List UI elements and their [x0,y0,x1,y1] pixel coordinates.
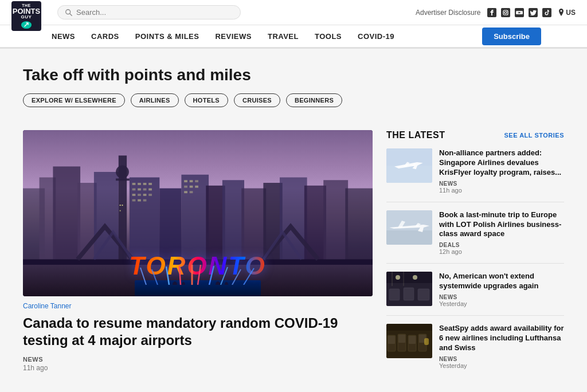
svg-point-18 [116,166,129,179]
svg-rect-26 [143,183,147,185]
tag-airlines[interactable]: AIRLINES [131,93,179,107]
svg-rect-90 [398,335,405,343]
tiktok-icon[interactable] [542,8,551,17]
story-thumb-4 [386,324,432,358]
svg-rect-56 [345,189,373,265]
sidebar-header: THE LATEST SEE ALL STORIES [386,130,564,140]
thumb-plane-svg-2 [386,210,432,245]
nav-item-covid[interactable]: COVID-19 [350,25,402,48]
svg-point-70 [216,281,220,285]
logo-bottom-text: GUY [21,15,32,20]
svg-point-69 [182,282,185,285]
story-content-4: SeatSpy adds award availability for 6 ne… [439,324,564,369]
svg-rect-77 [386,272,432,283]
svg-rect-35 [148,194,152,196]
nav-item-reviews[interactable]: REVIEWS [207,25,259,48]
facebook-icon[interactable] [487,8,496,17]
logo-arrow-icon [21,21,32,29]
header-right: Advertiser Disclosure [416,8,576,17]
svg-rect-43 [195,180,198,182]
svg-rect-25 [138,183,141,185]
thumb-plane-svg-1 [386,148,432,183]
advertiser-disclosure-link[interactable]: Advertiser Disclosure [416,9,480,17]
svg-rect-20 [120,205,121,206]
svg-rect-38 [143,199,147,202]
article-author[interactable]: Caroline Tanner [23,302,72,310]
twitter-icon[interactable] [529,8,538,17]
story-item[interactable]: SeatSpy adds award availability for 6 ne… [386,324,564,377]
story-content-3: No, American won't extend systemwide upg… [439,272,564,307]
svg-rect-32 [132,194,136,196]
tag-cruises[interactable]: CRUISES [234,93,280,107]
svg-rect-36 [132,199,136,202]
story-category-4: NEWS [439,356,564,362]
story-category-3: NEWS [439,294,564,300]
svg-line-1 [70,13,72,15]
svg-rect-31 [148,189,152,191]
subscribe-button[interactable]: Subscribe [482,28,541,45]
svg-point-6 [507,10,508,11]
svg-line-59 [152,269,158,285]
nav-item-news[interactable]: NEWS [44,25,83,48]
svg-rect-42 [190,180,193,182]
site-logo[interactable]: THE POINTS GUY [11,0,41,28]
fountain-jets [135,265,261,285]
story-category-2: DEALS [439,242,564,248]
story-thumb-2 [386,210,432,245]
hero-title: Take off with points and miles [23,66,564,84]
location-icon [558,9,564,16]
svg-point-78 [396,275,400,280]
svg-line-66 [232,269,241,285]
location-text: US [566,9,576,17]
thumb-interior-svg [386,272,432,306]
svg-rect-3 [501,8,510,17]
svg-rect-22 [120,210,121,211]
story-headline-4: SeatSpy adds award availability for 6 ne… [439,324,564,353]
svg-line-63 [198,265,201,285]
tag-explore[interactable]: EXPLORE W/ ELSEWHERE [23,93,125,107]
story-item[interactable]: Non-alliance partners added: Singapore A… [386,148,564,202]
story-item[interactable]: Book a last-minute trip to Europe with L… [386,210,564,264]
svg-rect-33 [138,194,141,196]
featured-article: TORONTO Caroline T [23,130,373,385]
svg-rect-75 [386,230,432,245]
social-icons [487,8,551,17]
svg-rect-81 [404,288,414,300]
story-time-4: Yesterday [439,362,564,369]
instagram-icon[interactable] [501,8,510,17]
svg-line-67 [244,268,254,285]
main-content: TORONTO Caroline T [0,130,587,392]
svg-rect-29 [138,189,141,191]
nav-item-travel[interactable]: TRAVEL [260,25,307,48]
tag-hotels[interactable]: HOTELS [185,93,228,107]
search-bar[interactable] [57,5,241,19]
svg-rect-86 [386,324,432,331]
svg-rect-73 [386,166,432,183]
story-headline-3: No, American won't extend systemwide upg… [439,272,564,291]
nav-item-tools[interactable]: TOOLS [307,25,350,48]
story-headline-1: Non-alliance partners added: Singapore A… [439,148,564,178]
nav-item-points-miles[interactable]: POINTS & MILES [127,25,208,48]
svg-point-71 [225,282,228,285]
see-all-stories-link[interactable]: SEE ALL STORIES [504,132,565,139]
featured-image: TORONTO [23,130,373,296]
svg-rect-27 [148,183,152,185]
story-time-1: 11h ago [439,187,564,194]
svg-rect-11 [542,8,551,17]
article-category: NEWS [23,356,373,363]
story-time-2: 12h ago [439,248,564,255]
story-item[interactable]: No, American won't extend systemwide upg… [386,272,564,316]
search-input[interactable] [76,8,233,17]
tag-beginners[interactable]: BEGINNERS [286,93,342,107]
svg-rect-88 [388,336,395,344]
youtube-icon[interactable] [515,8,524,17]
story-thumb-1 [386,148,432,183]
svg-rect-95 [424,338,429,345]
story-content-1: Non-alliance partners added: Singapore A… [439,148,564,194]
nav-bar: NEWS CARDS POINTS & MILES REVIEWS TRAVEL… [0,25,587,48]
nav-item-cards[interactable]: CARDS [83,25,127,48]
svg-rect-24 [132,183,136,185]
story-category-1: NEWS [439,181,564,187]
hero-section: Take off with points and miles EXPLORE W… [0,49,587,130]
svg-rect-30 [143,189,147,191]
